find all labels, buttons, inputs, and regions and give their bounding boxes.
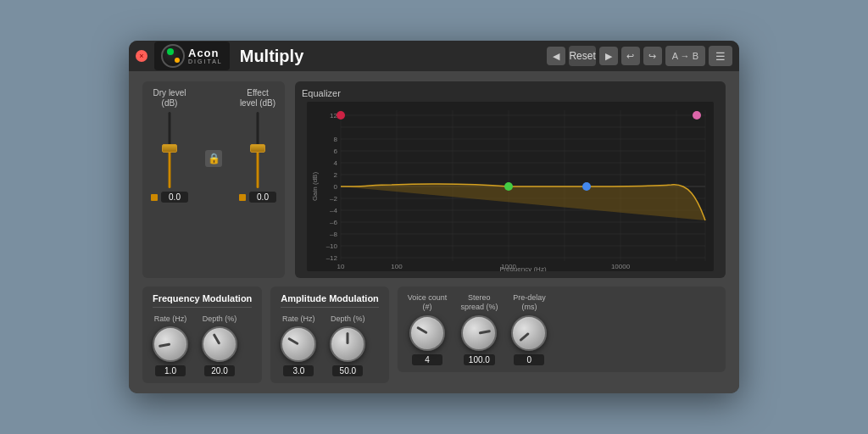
svg-text:0: 0 — [334, 183, 338, 191]
lock-icon[interactable]: 🔒 — [205, 150, 222, 167]
freq-mod-depth-label: Depth (%) — [203, 314, 237, 323]
title-bar: × Acon DIGITAL Multiply ◀ Reset ▶ ↩ ↪ A … — [129, 41, 739, 71]
svg-point-42 — [504, 182, 513, 191]
amp-mod-title: Amplitude Modulation — [281, 293, 378, 308]
undo-button[interactable]: ↩ — [621, 47, 640, 65]
effect-level-slider-col: Effectlevel (dB) 0.0 — [239, 88, 276, 203]
effect-value: 0.0 — [249, 192, 276, 203]
predelay-indicator — [520, 331, 531, 341]
eq-svg: 12 8 6 4 2 0 –2 –4 –6 –8 –10 –12 — [302, 102, 719, 271]
svg-point-41 — [693, 111, 701, 120]
bottom-section: Frequency Modulation Rate (Hz) 1.0 Depth… — [142, 287, 726, 383]
sliders-section: Dry level(dB) 0.0 🔒 — [142, 81, 285, 278]
svg-text:–12: –12 — [326, 254, 338, 262]
svg-text:–8: –8 — [330, 231, 337, 238]
amp-mod-depth-label: Depth (%) — [331, 314, 365, 323]
voice-count-value: 4 — [412, 354, 442, 365]
logo-acon: Acon — [188, 47, 223, 58]
sliders-row: Dry level(dB) 0.0 🔒 — [151, 88, 276, 203]
close-button[interactable]: × — [136, 50, 147, 62]
nav-controls: ◀ Reset ▶ ↩ ↪ A → B ☰ — [547, 46, 732, 66]
freq-mod-depth-col: Depth (%) 20.0 — [202, 314, 237, 376]
dry-level-slider-col: Dry level(dB) 0.0 — [151, 88, 188, 203]
amp-mod-rate-label: Rate (Hz) — [282, 314, 315, 323]
freq-mod-depth-value: 20.0 — [204, 365, 235, 376]
svg-text:8: 8 — [334, 136, 338, 143]
svg-point-43 — [582, 182, 591, 191]
stereo-spread-group: Stereospread (%) 100.0 — [460, 293, 498, 365]
amp-mod-depth-indicator — [347, 332, 349, 344]
svg-text:Gain (dB): Gain (dB) — [311, 172, 319, 202]
voice-count-group: Voice count(#) 4 — [408, 293, 448, 365]
freq-mod-knobs: Rate (Hz) 1.0 Depth (%) 20.0 — [153, 314, 252, 376]
svg-text:4: 4 — [334, 159, 338, 167]
amp-mod-rate-value: 3.0 — [283, 365, 314, 376]
menu-button[interactable]: ☰ — [709, 46, 732, 66]
freq-mod-rate-value: 1.0 — [155, 365, 186, 376]
dry-value: 0.0 — [161, 192, 188, 203]
svg-point-40 — [337, 111, 345, 120]
plugin-window: × Acon DIGITAL Multiply ◀ Reset ▶ ↩ ↪ A … — [129, 41, 739, 393]
amp-mod-depth-knob[interactable] — [330, 326, 365, 362]
dry-thumb[interactable] — [162, 144, 177, 153]
freq-mod-rate-knob[interactable] — [153, 326, 188, 362]
voice-count-knob[interactable] — [409, 315, 445, 351]
svg-text:2: 2 — [334, 171, 338, 179]
amp-mod-depth-col: Depth (%) 50.0 — [330, 314, 365, 376]
stereo-spread-value: 100.0 — [464, 354, 495, 365]
logo-digital: DIGITAL — [188, 58, 223, 64]
dry-level-slider[interactable] — [161, 112, 178, 188]
effect-color-dot — [239, 194, 246, 201]
freq-mod-rate-col: Rate (Hz) 1.0 — [153, 314, 188, 376]
dry-value-row: 0.0 — [151, 192, 188, 203]
svg-text:100: 100 — [391, 263, 403, 270]
effect-fill — [257, 150, 259, 188]
acon-logo-icon — [161, 44, 185, 68]
effect-thumb[interactable] — [250, 144, 265, 153]
main-content: Dry level(dB) 0.0 🔒 — [129, 71, 739, 393]
freq-mod-depth-knob[interactable] — [202, 326, 237, 362]
redo-button[interactable]: ↪ — [643, 47, 662, 65]
freq-mod-module: Frequency Modulation Rate (Hz) 1.0 Depth… — [142, 287, 262, 383]
stereo-spread-indicator — [479, 330, 491, 334]
stereo-spread-knob[interactable] — [461, 315, 497, 351]
amp-mod-rate-knob[interactable] — [281, 326, 316, 362]
predelay-group: Pre-delay(ms) 0 — [511, 293, 547, 365]
ab-button[interactable]: A → B — [665, 46, 705, 66]
logo-text: Acon DIGITAL — [188, 47, 223, 64]
nav-left-button[interactable]: ◀ — [547, 47, 565, 65]
amp-mod-knobs: Rate (Hz) 3.0 Depth (%) 50.0 — [281, 314, 378, 376]
eq-title: Equalizer — [302, 88, 719, 98]
svg-text:–4: –4 — [330, 207, 337, 214]
svg-text:6: 6 — [334, 147, 338, 155]
eq-section: Equalizer — [295, 81, 726, 278]
freq-mod-rate-indicator — [159, 343, 170, 348]
predelay-label: Pre-delay(ms) — [513, 293, 546, 312]
amp-mod-rate-indicator — [287, 337, 299, 346]
amp-mod-module: Amplitude Modulation Rate (Hz) 3.0 Depth… — [270, 287, 388, 383]
svg-text:Frequency (Hz): Frequency (Hz) — [499, 265, 546, 271]
effect-value-row: 0.0 — [239, 192, 276, 203]
freq-mod-rate-label: Rate (Hz) — [154, 314, 187, 323]
freq-mod-title: Frequency Modulation — [153, 293, 252, 308]
extra-knobs-section: Voice count(#) 4 Stereospread (%) 100.0 … — [398, 287, 726, 372]
dry-fill — [169, 150, 171, 188]
stereo-spread-label: Stereospread (%) — [460, 293, 498, 312]
logo-area: Acon DIGITAL — [154, 42, 230, 70]
effect-level-label: Effectlevel (dB) — [240, 88, 275, 108]
svg-text:10000: 10000 — [611, 263, 631, 270]
amp-mod-rate-col: Rate (Hz) 3.0 — [281, 314, 316, 376]
preset-name[interactable]: Reset — [569, 46, 595, 66]
svg-text:–10: –10 — [326, 242, 338, 250]
predelay-value: 0 — [514, 354, 544, 365]
svg-text:10: 10 — [337, 263, 345, 270]
freq-mod-depth-indicator — [213, 333, 221, 345]
nav-right-button[interactable]: ▶ — [599, 47, 618, 65]
eq-chart[interactable]: 12 8 6 4 2 0 –2 –4 –6 –8 –10 –12 — [302, 102, 719, 271]
amp-mod-depth-value: 50.0 — [332, 365, 363, 376]
svg-text:–6: –6 — [330, 219, 337, 226]
predelay-knob[interactable] — [511, 315, 547, 351]
lock-icon-area: 🔒 — [205, 150, 222, 167]
effect-level-slider[interactable] — [249, 112, 266, 188]
plugin-name: Multiply — [240, 47, 304, 66]
